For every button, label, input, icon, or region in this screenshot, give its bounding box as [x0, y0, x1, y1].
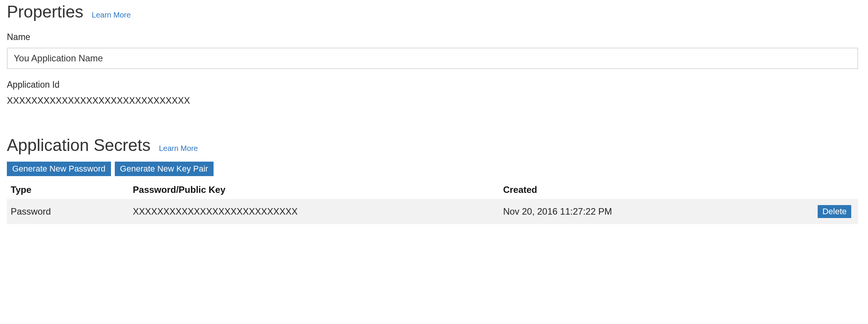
generate-new-keypair-button[interactable]: Generate New Key Pair: [115, 162, 214, 176]
col-header-created: Created: [499, 181, 793, 199]
properties-heading: Properties: [7, 2, 84, 21]
cell-created: Nov 20, 2016 11:27:22 PM: [499, 199, 793, 224]
appid-value: XXXXXXXXXXXXXXXXXXXXXXXXXXXXXX: [7, 95, 861, 106]
cell-type: Password: [7, 199, 129, 224]
delete-button[interactable]: Delete: [818, 205, 851, 218]
secrets-learn-more-link[interactable]: Learn More: [159, 144, 198, 153]
properties-header: Properties Learn More: [7, 2, 861, 21]
secrets-table-header-row: Type Password/Public Key Created: [7, 181, 858, 199]
name-label: Name: [7, 32, 861, 42]
appid-label: Application Id: [7, 80, 861, 90]
secrets-header: Application Secrets Learn More: [7, 136, 861, 155]
secrets-table: Type Password/Public Key Created Passwor…: [7, 181, 858, 224]
secrets-section: Application Secrets Learn More Generate …: [7, 136, 861, 224]
secrets-button-row: Generate New Password Generate New Key P…: [7, 162, 861, 176]
secrets-heading: Application Secrets: [7, 136, 151, 155]
cell-key: XXXXXXXXXXXXXXXXXXXXXXXXXXX: [129, 199, 499, 224]
table-row: Password XXXXXXXXXXXXXXXXXXXXXXXXXXX Nov…: [7, 199, 858, 224]
col-header-type: Type: [7, 181, 129, 199]
col-header-key: Password/Public Key: [129, 181, 499, 199]
cell-action: Delete: [793, 199, 858, 224]
generate-new-password-button[interactable]: Generate New Password: [7, 162, 111, 176]
properties-learn-more-link[interactable]: Learn More: [92, 11, 131, 19]
name-input[interactable]: [7, 48, 858, 69]
col-header-action: [793, 181, 858, 199]
name-field-group: Name: [7, 32, 861, 69]
appid-field-group: Application Id XXXXXXXXXXXXXXXXXXXXXXXXX…: [7, 80, 861, 106]
